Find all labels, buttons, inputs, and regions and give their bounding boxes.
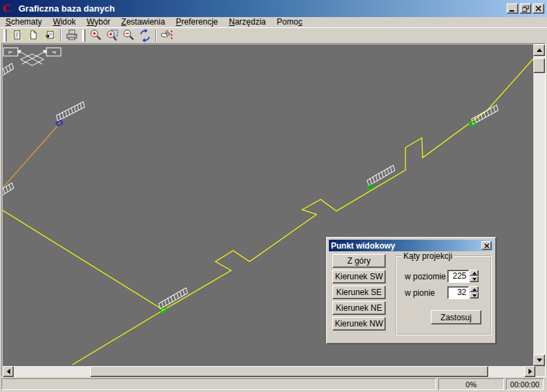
apply-button[interactable]: Zastosuj	[431, 310, 481, 324]
menu-schematy[interactable]: Schematy	[0, 17, 47, 27]
menu-zestawienia[interactable]: Zestawienia	[116, 17, 170, 27]
menu-bar: Schematy Widok Wybór Zestawienia Prefere…	[0, 17, 547, 27]
status-message-panel	[1, 378, 436, 390]
arrow-down-icon	[537, 359, 542, 362]
view-ne-button[interactable]: Kierunek NE	[332, 301, 386, 315]
status-bar: 0% 00:00:00	[0, 378, 547, 391]
dialog-title: Punkt widokowy	[331, 241, 481, 251]
horizontal-angle-spinner	[470, 270, 479, 283]
menu-widok[interactable]: Widok	[47, 17, 81, 27]
zoom-window-button[interactable]	[104, 29, 120, 43]
scroll-right-button[interactable]	[524, 366, 535, 377]
direction-buttons: Z góry Kierunek SW Kierunek SE Kierunek …	[332, 254, 386, 333]
axes-compass-icon	[3, 44, 62, 70]
vertical-angle-label: w pionie	[405, 288, 447, 298]
close-icon	[484, 243, 490, 249]
projection-angles-group: Kąty projekcji w poziomie 225 w pionie 3…	[395, 255, 492, 335]
close-schematic-icon	[43, 29, 57, 42]
spin-up-icon	[472, 272, 477, 275]
vertical-angle-row: w pionie 32	[405, 286, 479, 299]
new-schematic-icon	[27, 29, 40, 42]
spin-down-icon	[472, 278, 477, 281]
open-schematic-icon	[10, 29, 24, 42]
zoom-fit-icon	[138, 29, 152, 42]
zoom-fit-button[interactable]	[137, 29, 153, 43]
scroll-down-button[interactable]	[533, 354, 545, 366]
zoom-in-icon	[89, 29, 103, 42]
viewpoint-dialog: Punkt widokowy Z góry Kierunek SW Kierun…	[326, 237, 496, 344]
close-icon	[535, 5, 542, 12]
title-bar: C Graficzna baza danych	[0, 0, 547, 17]
spin-down-button[interactable]	[470, 292, 479, 298]
view-se-button[interactable]: Kierunek SE	[332, 285, 386, 299]
view-sw-button[interactable]: Kierunek SW	[332, 270, 386, 283]
window-title: Graficzna baza danych	[18, 3, 505, 14]
view-nw-button[interactable]: Kierunek NW	[332, 317, 386, 331]
dialog-title-bar[interactable]: Punkt widokowy	[329, 240, 494, 251]
toolbar-separator	[60, 29, 62, 42]
application-window: C Graficzna baza danych Schematy Widok W…	[0, 0, 547, 392]
arrow-right-icon	[529, 369, 532, 374]
toolbar-grip[interactable]	[82, 29, 85, 42]
vertical-angle-input[interactable]: 32	[447, 286, 469, 299]
progress-panel: 0%	[438, 378, 504, 390]
spin-up-button[interactable]	[470, 286, 479, 292]
menu-narzedzia[interactable]: Narzędzia	[224, 17, 271, 27]
new-schematic-button[interactable]	[25, 29, 42, 43]
horizontal-angle-row: w poziomie 225	[405, 270, 479, 283]
vertical-scroll-track[interactable]	[533, 56, 545, 354]
pointer-select-button[interactable]	[159, 29, 175, 43]
menu-preferencje[interactable]: Preferencje	[170, 17, 223, 27]
zoom-out-icon	[122, 29, 135, 42]
toolbar	[0, 27, 547, 43]
restore-button[interactable]	[520, 3, 531, 14]
spin-down-button[interactable]	[470, 276, 479, 282]
group-title: Kąty projekcji	[401, 251, 454, 261]
horizontal-scrollbar	[3, 366, 535, 377]
spin-up-icon	[472, 288, 477, 291]
toolbar-separator	[155, 29, 157, 42]
menu-wybor[interactable]: Wybór	[81, 17, 116, 27]
restore-icon	[522, 5, 529, 12]
vertical-scroll-thumb[interactable]	[533, 58, 545, 73]
scroll-up-button[interactable]	[533, 44, 545, 56]
zoom-window-icon	[105, 29, 119, 42]
horizontal-angle-input[interactable]: 225	[447, 270, 469, 283]
horizontal-angle-label: w poziomie	[405, 272, 447, 281]
arrow-up-icon	[537, 48, 542, 52]
vertical-angle-spinner	[470, 286, 479, 299]
minimize-button[interactable]	[507, 3, 518, 14]
open-schematic-button[interactable]	[9, 29, 25, 43]
pointer-select-icon	[160, 29, 174, 42]
spin-down-icon	[472, 294, 477, 297]
toolbar-grip[interactable]	[3, 29, 7, 42]
close-button[interactable]	[533, 3, 544, 14]
scroll-left-button[interactable]	[3, 366, 14, 377]
zoom-out-button[interactable]	[120, 29, 137, 43]
dialog-close-button[interactable]	[481, 241, 492, 250]
arrow-left-icon	[7, 369, 10, 374]
app-logo-icon: C	[3, 3, 15, 15]
menu-pomoc[interactable]: Pomoc	[271, 17, 308, 27]
vertical-scrollbar	[533, 44, 545, 366]
spin-up-button[interactable]	[470, 270, 479, 276]
print-icon	[65, 29, 79, 42]
zoom-in-button[interactable]	[88, 29, 104, 43]
view-top-button[interactable]: Z góry	[332, 254, 386, 268]
minimize-icon	[509, 5, 516, 12]
print-button[interactable]	[64, 29, 80, 43]
horizontal-scroll-thumb[interactable]	[90, 366, 488, 377]
close-schematic-button[interactable]	[42, 29, 58, 43]
time-panel: 00:00:00	[506, 378, 544, 390]
